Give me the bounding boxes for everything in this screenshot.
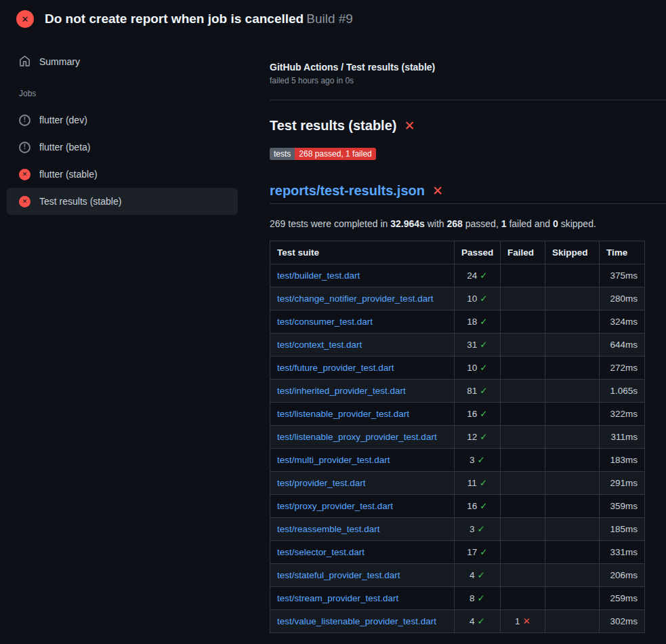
sidebar-item-label: Summary (39, 56, 80, 67)
skipped-cell (545, 380, 600, 403)
sidebar-item-summary[interactable]: Summary (7, 50, 238, 73)
check-icon: ✓ (480, 363, 487, 373)
tests-badge: tests 268 passed, 1 failed (270, 148, 376, 160)
build-header: ✕ Do not create report when job is cance… (0, 0, 666, 37)
report-heading: reports/test-results.json ✕ (270, 182, 666, 204)
time-cell: 1.065s (600, 380, 645, 403)
check-icon: ✓ (480, 409, 487, 419)
table-row: test/reassemble_test.dart3✓185ms (270, 518, 645, 541)
suite-cell: test/stateful_provider_test.dart (270, 564, 455, 587)
failed-x-icon: ✕ (432, 184, 443, 197)
skipped-cell (545, 357, 600, 380)
table-row: test/context_test.dart31✓644ms (270, 334, 645, 357)
suite-link[interactable]: test/inherited_provider_test.dart (277, 386, 406, 396)
x-circle-icon: ✕ (19, 169, 30, 180)
table-row: test/selector_test.dart17✓331ms (270, 541, 645, 564)
time-cell: 272ms (600, 357, 645, 380)
passed-cell: 12✓ (455, 426, 501, 449)
time-cell: 359ms (600, 495, 645, 518)
skipped-cell (545, 541, 600, 564)
time-cell: 375ms (600, 264, 645, 287)
suite-cell: test/listenable_proxy_provider_test.dart (270, 426, 455, 449)
failed-cell (501, 334, 545, 357)
time-cell: 331ms (600, 541, 645, 564)
time-cell: 322ms (600, 403, 645, 426)
sidebar-item-test-results-stable[interactable]: ✕Test results (stable) (7, 188, 238, 215)
table-row: test/stateful_provider_test.dart4✓206ms (270, 564, 645, 587)
skipped-cell (545, 495, 600, 518)
check-icon: ✓ (480, 501, 487, 511)
suite-link[interactable]: test/change_notifier_provider_test.dart (277, 294, 433, 304)
sidebar-item-label: flutter (beta) (39, 140, 90, 154)
sidebar: Summary Jobs !flutter (dev)!flutter (bet… (0, 37, 254, 215)
check-icon: ✓ (480, 386, 487, 396)
check-icon: ✓ (478, 524, 485, 534)
suite-cell: test/consumer_test.dart (270, 310, 455, 334)
suite-link[interactable]: test/multi_provider_test.dart (277, 455, 390, 465)
failed-cell (501, 541, 545, 564)
time-cell: 644ms (600, 334, 645, 357)
suite-link[interactable]: test/selector_test.dart (277, 547, 365, 557)
skipped-cell (545, 610, 600, 633)
suite-link[interactable]: test/stateful_provider_test.dart (277, 570, 400, 580)
passed-cell: 16✓ (455, 403, 501, 426)
sidebar-item-label: flutter (dev) (39, 113, 87, 127)
suite-link[interactable]: test/reassemble_test.dart (277, 524, 380, 534)
skipped-cell (545, 310, 600, 334)
col-header-failed: Failed (501, 241, 545, 264)
time-cell: 280ms (600, 287, 645, 310)
suite-link[interactable]: test/provider_test.dart (277, 478, 366, 488)
passed-cell: 18✓ (455, 310, 501, 334)
suite-cell: test/selector_test.dart (270, 541, 455, 564)
summary-text: 269 tests were completed in 32.964s with… (270, 218, 666, 229)
suite-link[interactable]: test/listenable_proxy_provider_test.dart (277, 432, 437, 442)
x-circle-icon: ✕ (16, 10, 34, 28)
passed-cell: 3✓ (455, 449, 501, 472)
breadcrumb: GitHub Actions / Test results (stable) (270, 62, 666, 73)
suite-link[interactable]: test/consumer_test.dart (277, 317, 373, 327)
check-icon: ✓ (480, 294, 487, 304)
sidebar-item-flutter-beta[interactable]: !flutter (beta) (7, 134, 238, 161)
table-header-row: Test suite Passed Failed Skipped Time (270, 241, 645, 264)
passed-cell: 8✓ (455, 587, 501, 610)
suite-link[interactable]: test/builder_test.dart (277, 270, 360, 281)
passed-cell: 3✓ (455, 518, 501, 541)
sidebar-item-flutter-dev[interactable]: !flutter (dev) (7, 106, 238, 134)
skipped-cell (545, 287, 600, 310)
report-link[interactable]: reports/test-results.json (270, 182, 425, 199)
table-row: test/stream_provider_test.dart8✓259ms (270, 587, 645, 610)
skipped-cell (545, 449, 600, 472)
passed-cell: 24✓ (455, 264, 501, 287)
passed-cell: 17✓ (455, 541, 501, 564)
suite-cell: test/provider_test.dart (270, 472, 455, 495)
time-cell: 183ms (600, 449, 645, 472)
app: ✕ Do not create report when job is cance… (0, 0, 666, 633)
suite-link[interactable]: test/context_test.dart (277, 340, 362, 350)
check-icon: ✓ (480, 270, 487, 281)
time-cell: 311ms (600, 426, 645, 449)
suite-link[interactable]: test/listenable_provider_test.dart (277, 409, 409, 419)
failed-cell (501, 449, 545, 472)
suite-link[interactable]: test/value_listenable_provider_test.dart (277, 616, 436, 626)
results-table: Test suite Passed Failed Skipped Time te… (270, 241, 645, 633)
table-row: test/multi_provider_test.dart3✓183ms (270, 449, 645, 472)
section-title: Test results (stable) (270, 117, 396, 134)
status-line: failed 5 hours ago in 0s (270, 76, 666, 85)
failed-cell (501, 495, 545, 518)
alert-circle-icon: ! (19, 142, 30, 153)
build-number: Build #9 (306, 12, 353, 26)
suite-link[interactable]: test/stream_provider_test.dart (277, 593, 398, 603)
sidebar-item-flutter-stable[interactable]: ✕flutter (stable) (7, 161, 238, 188)
build-title: Do not create report when job is cancell… (45, 12, 304, 26)
table-row: test/provider_test.dart11✓291ms (270, 472, 645, 495)
col-header-test-suite: Test suite (270, 241, 455, 264)
col-header-time: Time (600, 241, 645, 264)
check-icon: ✓ (478, 616, 485, 626)
failed-x-icon: ✕ (404, 119, 415, 132)
suite-link[interactable]: test/future_provider_test.dart (277, 363, 394, 373)
badge-value: 268 passed, 1 failed (295, 148, 375, 160)
jobs-list: !flutter (dev)!flutter (beta)✕flutter (s… (7, 106, 238, 215)
suite-link[interactable]: test/proxy_provider_test.dart (277, 501, 393, 511)
page-title: Do not create report when job is cancell… (45, 12, 353, 26)
check-icon: ✓ (480, 340, 487, 350)
